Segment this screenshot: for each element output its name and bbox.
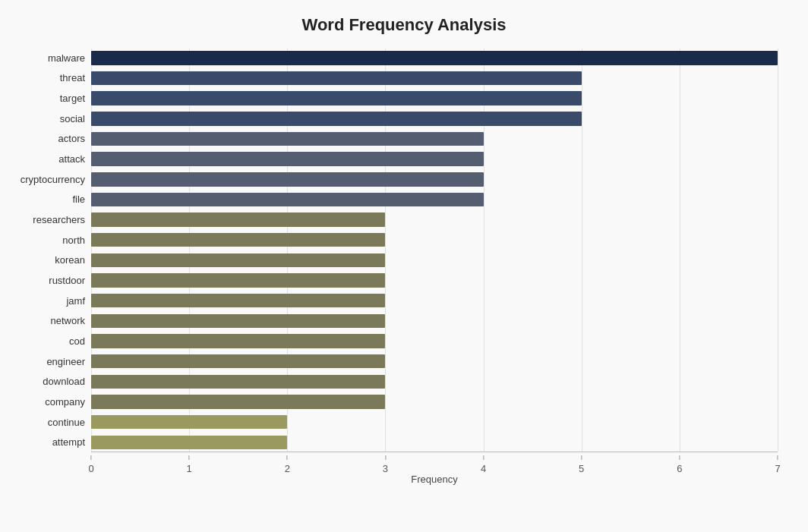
bar-label: researchers [8,214,91,225]
bar-row: file [91,190,778,209]
chart-title: Word Frequency Analysis [30,15,778,35]
bar-label: attempt [8,436,91,448]
bar-row: jamf [91,291,778,310]
bar [91,314,385,328]
bar [91,112,582,125]
bar-row: continue [91,413,778,432]
bar-label: cod [8,335,91,347]
bar-row: download [91,373,778,392]
x-tick: 6 [677,455,682,474]
bar [91,253,385,267]
bar [91,172,484,186]
bar-label: actors [8,133,91,144]
bar [91,152,484,165]
grid-line [778,49,778,452]
bar-row: north [91,231,778,250]
bar [91,91,582,105]
bar [91,212,385,226]
bar-label: rustdoor [8,275,91,286]
bar-label: file [8,194,91,205]
bar-row: attempt [91,433,778,452]
bar-row: target [91,89,778,108]
bar-label: north [8,235,91,246]
x-tick: 3 [383,455,388,474]
bar-row: cryptocurrency [91,170,778,189]
bar-row: company [91,392,778,411]
bar [91,132,484,146]
bar [91,273,385,287]
bar-label: social [8,113,91,124]
bar-label: malware [8,52,91,64]
bar-label: download [8,376,91,387]
bar [91,71,582,85]
chart-area: malwarethreattargetsocialactorsattackcry… [91,49,778,482]
x-tick: 0 [88,455,93,474]
bar-row: actors [91,130,778,149]
x-axis: 01234567 Frequency [91,452,778,482]
bar-row: rustdoor [91,271,778,290]
x-tick: 4 [481,455,486,474]
bar [91,415,287,429]
bar [91,354,385,368]
x-axis-label: Frequency [411,474,457,485]
bar-label: network [8,315,91,326]
chart-container: Word Frequency Analysis malwarethreattar… [0,0,808,532]
bar [91,436,287,449]
bar [91,193,484,206]
bar [91,395,385,408]
bar-label: company [8,396,91,408]
bar-row: korean [91,251,778,270]
x-tick: 7 [775,455,780,474]
bar [91,375,385,389]
bar-label: attack [8,153,91,165]
bar-row: engineer [91,352,778,371]
bar-label: korean [8,254,91,266]
bar-row: threat [91,69,778,88]
bar [91,51,778,65]
bar-row: malware [91,49,778,68]
bar-label: threat [8,72,91,83]
bar-label: target [8,93,91,104]
bar-label: cryptocurrency [8,174,91,185]
bars-wrapper: malwarethreattargetsocialactorsattackcry… [91,49,778,452]
bar-label: continue [8,417,91,428]
bar-row: network [91,312,778,331]
bar-row: researchers [91,210,778,229]
bar-row: cod [91,332,778,351]
bar-label: jamf [8,295,91,307]
bar [91,233,385,247]
bar [91,294,385,307]
bar-row: attack [91,150,778,168]
bar [91,334,385,348]
bar-label: engineer [8,356,91,367]
x-tick: 5 [579,455,584,474]
x-tick: 1 [187,455,192,474]
bar-row: social [91,109,778,128]
x-tick: 2 [285,455,290,474]
